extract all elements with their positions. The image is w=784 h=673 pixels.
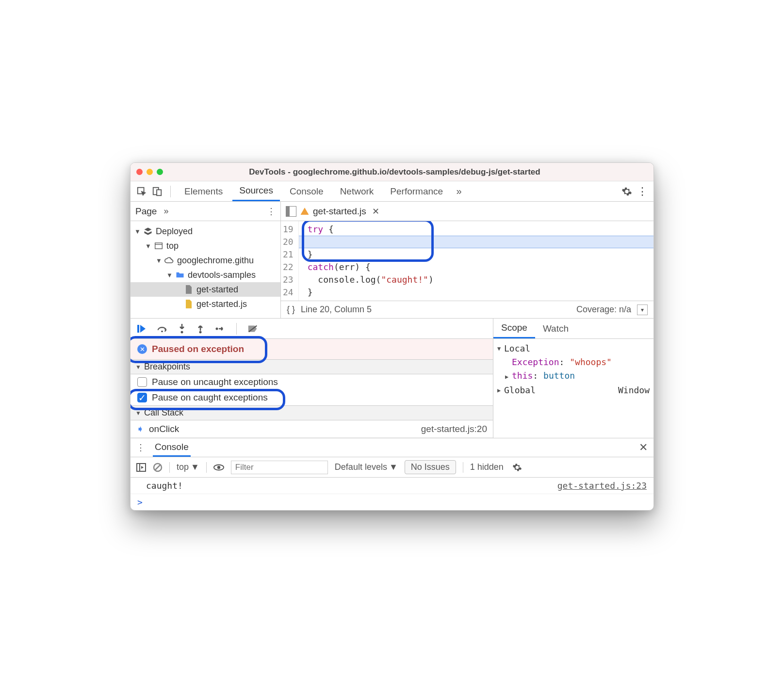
tab-network[interactable]: Network (333, 181, 381, 201)
bp-caught-row[interactable]: ✓ Pause on caught exceptions (131, 390, 493, 405)
callstack-header[interactable]: ▼Call Stack (131, 405, 493, 420)
main-tabbar: Elements Sources Console Network Perform… (131, 181, 653, 202)
deactivate-breakpoints-icon[interactable] (247, 324, 258, 333)
cloud-icon (164, 257, 174, 264)
console-prompt[interactable]: > (131, 494, 653, 510)
sources-subheader: Page » ⋮ get-started.js ✕ (131, 202, 653, 221)
svg-rect-3 (155, 243, 163, 249)
step-over-icon[interactable] (157, 324, 167, 333)
tab-console[interactable]: Console (283, 181, 330, 201)
file-icon (184, 285, 194, 294)
coverage-dropdown-icon[interactable]: ▾ (637, 304, 648, 315)
svg-point-8 (199, 331, 202, 333)
tree-row-file-html[interactable]: get-started (131, 282, 280, 297)
debugger-left: ✕ Paused on exception ▼Breakpoints Pause… (131, 319, 493, 438)
debugger-pane: ✕ Paused on exception ▼Breakpoints Pause… (131, 318, 653, 438)
code-editor: 19202122232425 try { throw "whoops"; } c… (281, 221, 653, 318)
hidden-count[interactable]: 1 hidden (470, 462, 504, 472)
braces-icon[interactable]: { } (287, 304, 295, 315)
tree-row-deployed[interactable]: ▼ Deployed (131, 224, 280, 239)
folder-icon (175, 272, 185, 278)
tab-elements[interactable]: Elements (178, 181, 229, 201)
console-body: caught! get-started.js:23 > (131, 478, 653, 510)
debugger-right: Scope Watch ▼Local Exception: "whoops" ▶… (493, 319, 653, 438)
log-source-link[interactable]: get-started.js:23 (557, 481, 647, 491)
sources-body: ▼ Deployed ▼ top ▼ googlechrome.githu ▼ … (131, 221, 653, 318)
current-frame-icon: ➧ (136, 423, 144, 434)
close-drawer-icon[interactable]: ✕ (639, 441, 648, 454)
drawer-menu-icon[interactable]: ⋮ (136, 442, 145, 453)
more-tabs-icon[interactable]: » (453, 185, 465, 198)
editor-tabbar: get-started.js ✕ (281, 202, 653, 221)
levels-selector[interactable]: Default levels ▼ (335, 462, 398, 472)
drawer-header: ⋮ Console ✕ (131, 438, 653, 457)
tab-scope[interactable]: Scope (493, 319, 535, 338)
zoom-window-button[interactable] (157, 169, 163, 175)
console-sidebar-icon[interactable] (136, 463, 146, 472)
deployed-icon (143, 227, 153, 236)
tree-row-origin[interactable]: ▼ googlechrome.githu (131, 253, 280, 268)
more-panes-icon[interactable]: » (163, 206, 168, 216)
editor-statusbar: { } Line 20, Column 5 Coverage: n/a ▾ (281, 301, 653, 318)
step-icon[interactable] (215, 325, 226, 332)
svg-point-7 (181, 331, 183, 333)
titlebar: DevTools - googlechrome.github.io/devtoo… (131, 163, 653, 181)
svg-rect-2 (157, 190, 161, 195)
live-expression-icon[interactable] (213, 464, 224, 471)
scope-global[interactable]: ▶Global Window (497, 384, 650, 397)
checkbox-uncaught[interactable] (137, 377, 147, 387)
tab-performance[interactable]: Performance (383, 181, 450, 201)
kebab-menu-icon[interactable]: ⋮ (636, 185, 649, 198)
scope-local[interactable]: ▼Local (497, 342, 650, 355)
tree-row-top[interactable]: ▼ top (131, 239, 280, 253)
minimize-window-button[interactable] (147, 169, 153, 175)
svg-point-9 (216, 327, 218, 330)
step-into-icon[interactable] (178, 324, 186, 334)
tab-sources[interactable]: Sources (232, 181, 280, 201)
callstack-frame[interactable]: ➧ onClick get-started.js:20 (131, 420, 493, 438)
svg-rect-5 (137, 325, 139, 333)
bp-uncaught-row[interactable]: Pause on uncaught exceptions (131, 374, 493, 390)
devtools-window: DevTools - googlechrome.github.io/devtoo… (130, 162, 654, 511)
divider (170, 186, 171, 197)
window-title: DevTools - googlechrome.github.io/devtoo… (171, 167, 619, 177)
paused-info-icon: ✕ (137, 344, 147, 354)
close-window-button[interactable] (136, 169, 143, 175)
toggle-navigator-icon[interactable] (286, 206, 296, 217)
scope-exception: Exception: "whoops" (497, 355, 650, 369)
inspect-icon[interactable] (135, 185, 148, 198)
console-settings-icon[interactable] (512, 463, 522, 472)
console-toolbar: top ▼ Default levels ▼ No Issues 1 hidde… (131, 457, 653, 478)
editor-tab-filename[interactable]: get-started.js (313, 206, 366, 217)
context-selector[interactable]: top ▼ (177, 462, 199, 472)
checkbox-caught[interactable]: ✓ (137, 393, 147, 402)
code-lines: try { throw "whoops"; } catch(err) { con… (299, 221, 653, 301)
tree-row-folder[interactable]: ▼ devtools-samples (131, 268, 280, 282)
tab-watch[interactable]: Watch (535, 319, 576, 338)
scope-body: ▼Local Exception: "whoops" ▶this: button… (493, 339, 653, 400)
line-gutter: 19202122232425 (281, 221, 299, 301)
console-log-line[interactable]: caught! get-started.js:23 (131, 478, 653, 494)
device-toggle-icon[interactable] (151, 185, 163, 198)
page-pane-label[interactable]: Page (135, 206, 157, 217)
cursor-position: Line 20, Column 5 (301, 304, 372, 315)
page-pane-menu-icon[interactable]: ⋮ (267, 206, 276, 217)
breakpoints-header[interactable]: ▼Breakpoints (131, 359, 493, 374)
clear-console-icon[interactable] (153, 463, 163, 472)
close-tab-icon[interactable]: ✕ (372, 206, 379, 217)
scope-this[interactable]: ▶this: button (497, 369, 650, 384)
tree-row-file-js[interactable]: get-started.js (131, 297, 280, 311)
svg-point-16 (217, 465, 220, 468)
drawer-tab-console[interactable]: Console (153, 438, 191, 457)
svg-point-6 (161, 330, 163, 332)
issues-button[interactable]: No Issues (405, 460, 456, 474)
frame-icon (154, 242, 163, 249)
step-out-icon[interactable] (196, 324, 204, 334)
settings-icon[interactable] (621, 185, 633, 198)
resume-icon[interactable] (136, 324, 146, 334)
toolbar-divider (236, 323, 237, 335)
warning-icon (300, 207, 309, 216)
filter-input[interactable] (231, 461, 328, 474)
code-area[interactable]: 19202122232425 try { throw "whoops"; } c… (281, 221, 653, 301)
svg-line-14 (155, 465, 161, 470)
